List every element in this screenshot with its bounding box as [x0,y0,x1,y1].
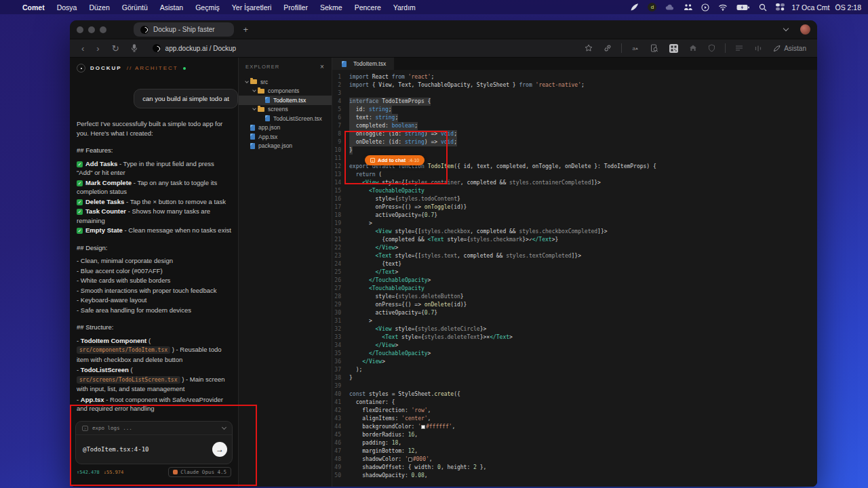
menu-item-profiller[interactable]: Profiller [277,3,314,12]
add-to-chat-button[interactable]: + Add to chat :4-10 [365,155,425,165]
tree-file-todolistscreen-tsx[interactable]: TodoListScreen.tsx [239,114,332,123]
play-circle-icon[interactable] [701,3,709,12]
code-text: style={styles.deleteButton} [349,293,464,301]
translate-icon[interactable]: a [627,44,644,52]
menu-item-düzen[interactable]: Düzen [83,3,115,12]
home-icon[interactable] [685,44,701,52]
back-button[interactable]: ‹ [77,43,89,54]
menu-item-pencere[interactable]: Pencere [349,3,387,12]
line-number: 12 [332,163,349,171]
tree-folder-components[interactable]: components [239,87,332,96]
line-number: 6 [332,114,349,122]
voice-search-mic-icon[interactable] [127,44,142,52]
reload-button[interactable]: ↻ [107,43,124,54]
minimize-window-button[interactable] [88,26,95,33]
assistant-button[interactable]: Asistan [769,45,810,52]
close-window-button[interactable] [77,26,83,33]
find-in-page-icon[interactable] [646,44,663,52]
line-number: 11 [332,155,349,163]
battery-charging-icon[interactable] [736,4,750,11]
browser-tab[interactable]: Dockup - Ship faster [134,22,234,37]
menu-item-dosya[interactable]: Dosya [51,3,83,12]
address-bar[interactable]: app.dockup.ai / Dockup [153,44,578,52]
spotlight-search-icon[interactable] [759,3,767,12]
line-number: 5 [332,106,349,114]
copy-link-icon[interactable] [599,44,616,52]
menu-item-yer-i̇şaretleri[interactable]: Yer İşaretleri [226,3,278,12]
menu-item-comet[interactable]: Comet [16,3,51,12]
menu-item-görüntü[interactable]: Görüntü [116,3,154,12]
code-line-1: 1import React from 'react'; [332,73,817,81]
editor-tab-label: TodoItem.tsx [353,60,386,67]
shield-icon[interactable] [704,44,719,52]
line-number: 33 [332,333,349,342]
code-text: flexDirection: 'row', [349,407,431,415]
menubar-clock[interactable]: 17 Oca Cmt ÖS 2:18 [791,3,861,12]
d-app-badge[interactable]: d [648,3,656,12]
tree-file-package-json[interactable]: package.json [239,142,332,151]
menu-bar: CometDosyaDüzenGörüntüAsistanGeçmişYer İ… [0,0,868,14]
code-text: <Text style={styles.deleteText}>×</Text> [349,333,513,342]
code-area[interactable]: 1import React from 'react';2import { Vie… [332,70,817,487]
add-to-chat-plus-icon: + [370,158,375,163]
tree-folder-screens[interactable]: screens [239,105,332,115]
menu-item-sekme[interactable]: Sekme [314,3,349,12]
file-icon [265,115,270,121]
code-text: } [349,374,353,382]
user-message-bubble: can you build ai simple todo at [134,89,238,108]
code-text: alignItems: 'center', [349,415,431,423]
code-line-22: 22 </View> [332,244,817,252]
tree-file-app-json[interactable]: app.json [239,123,332,133]
line-number: 28 [332,293,349,301]
structure-item: - App.tsx - Root component with SafeArea… [77,395,231,413]
reading-list-icon[interactable] [731,45,747,52]
send-button[interactable]: → [212,442,227,457]
app-content: DOCKUP // ARCHITECT can you build ai sim… [70,58,817,487]
code-text: style={styles.todoContent} [349,195,460,203]
line-number: 41 [332,399,349,407]
code-text: </TouchableOpacity> [349,350,431,358]
line-number: 47 [332,447,349,455]
code-text: shadowOpacity: 0.08, [349,472,428,480]
control-center-icon[interactable] [776,3,785,11]
bookmark-star-icon[interactable] [580,44,597,52]
model-selector[interactable]: Claude Opus 4.5 [168,467,231,477]
line-number: 18 [332,211,349,220]
section-heading: ## Features: [77,146,231,155]
editor-tab-active[interactable]: TodoItem.tsx [332,58,394,70]
cloud-icon[interactable] [665,4,675,11]
tsx-file-icon [342,61,347,67]
code-text: <View style={styles.deleteCircle}> [349,325,486,333]
code-line-6: 6 text: string; [332,114,817,122]
feature-item: ✓Mark Complete - Tap on any task to togg… [77,178,231,197]
assistant-message: Perfect! I've successfully built a simpl… [70,119,238,430]
zoom-window-button[interactable] [100,26,106,33]
code-line-32: 32 <View style={styles.deleteCircle}> [332,325,817,333]
forward-button[interactable]: › [92,43,104,54]
line-number: 30 [332,309,349,317]
new-tab-button[interactable]: + [243,24,249,35]
menu-item-asistan[interactable]: Asistan [154,3,189,12]
expo-logs-toggle[interactable]: > expo logs ... [76,422,232,435]
comet-quill-icon[interactable] [630,3,639,12]
explorer-close-icon[interactable]: × [320,63,325,70]
qr-code-icon[interactable] [665,44,682,53]
line-number: 42 [332,407,349,415]
code-text: <TouchableOpacity [349,187,425,195]
tree-file-todoitem-tsx[interactable]: TodoItem.tsx [239,96,332,105]
menu-item-geçmiş[interactable]: Geçmiş [189,3,226,12]
code-text: > [349,220,372,228]
tab-list-chevron-icon[interactable] [783,26,789,31]
tree-file-app-tsx[interactable]: App.tsx [239,132,332,142]
screen-sharing-icon[interactable] [684,3,692,11]
code-line-23: 23 <Text style={[styles.text, completed … [332,252,817,260]
code-line-44: 44 backgroundColor: '#ffffff', [332,423,817,431]
menu-item-yardım[interactable]: Yardım [387,3,422,12]
message-input-value: @TodoItem.tsx:4-10 [83,446,149,453]
brand-mode: // ARCHITECT [127,65,178,71]
tree-folder-src[interactable]: src [239,77,332,87]
message-input[interactable]: @TodoItem.tsx:4-10 → [76,435,232,464]
wifi-icon[interactable] [718,4,728,11]
profile-avatar[interactable] [800,24,810,35]
equalizer-icon[interactable] [750,45,766,52]
